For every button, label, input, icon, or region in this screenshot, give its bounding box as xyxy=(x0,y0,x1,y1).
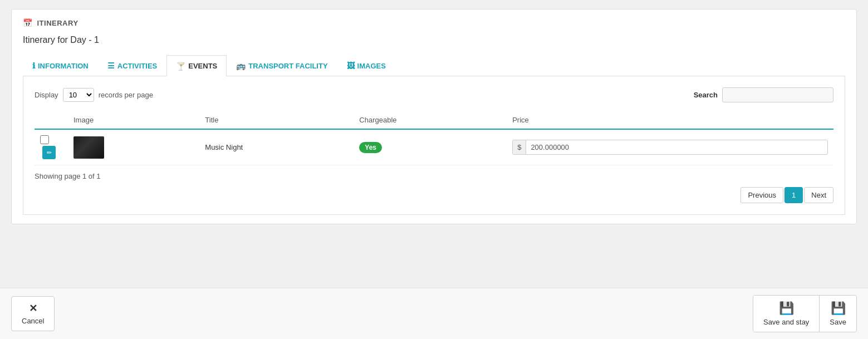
col-chargeable: Chargeable xyxy=(354,111,507,129)
tab-events-label: EVENTS xyxy=(188,62,217,70)
chargeable-badge: Yes xyxy=(359,142,382,153)
row-price-cell: $ xyxy=(507,129,833,165)
search-controls: Search xyxy=(694,87,833,102)
tabs-bar: ℹ INFORMATION ☰ ACTIVITIES 🍸 EVENTS 🚌 TR… xyxy=(23,55,845,76)
page-1-button[interactable]: 1 xyxy=(784,187,803,203)
table-controls: Display 10 25 50 100 records per page Se… xyxy=(35,87,833,102)
price-currency: $ xyxy=(513,140,526,154)
save-stay-label: Save and stay xyxy=(763,318,809,326)
main-content: 📅 ITINERARY Itinerary for Day - 1 ℹ INFO… xyxy=(0,0,868,288)
page-header: 📅 ITINERARY xyxy=(23,18,845,27)
edit-icon[interactable]: ✏ xyxy=(42,146,56,159)
events-icon: 🍸 xyxy=(176,62,185,71)
display-label: Display xyxy=(35,91,58,99)
save-label: Save xyxy=(830,318,846,326)
next-button[interactable]: Next xyxy=(804,187,833,203)
search-label: Search xyxy=(694,91,718,99)
thumbnail-inner xyxy=(73,136,104,159)
price-input-group: $ xyxy=(512,140,828,155)
cancel-label: Cancel xyxy=(22,317,44,325)
images-icon: 🖼 xyxy=(347,61,355,70)
row-chargeable-cell: Yes xyxy=(354,129,507,165)
table-row: ✏ Music Night Yes xyxy=(35,129,833,165)
cancel-button[interactable]: ✕ Cancel xyxy=(11,296,55,331)
footer-left: ✕ Cancel xyxy=(11,296,55,331)
calendar-icon: 📅 xyxy=(23,18,33,27)
search-input[interactable] xyxy=(722,87,833,102)
row-title-cell: Music Night xyxy=(199,129,354,165)
save-button[interactable]: 💾 Save xyxy=(820,296,856,332)
event-thumbnail xyxy=(73,136,104,159)
page-title: ITINERARY xyxy=(37,19,79,27)
col-title: Title xyxy=(199,111,354,129)
display-controls: Display 10 25 50 100 records per page xyxy=(35,88,153,102)
pagination: Previous 1 Next xyxy=(35,187,833,203)
information-icon: ℹ xyxy=(32,61,35,70)
tab-information[interactable]: ℹ INFORMATION xyxy=(23,55,98,76)
save-icon: 💾 xyxy=(831,301,846,316)
transport-icon: 🚌 xyxy=(236,61,246,70)
tab-activities[interactable]: ☰ ACTIVITIES xyxy=(98,55,167,76)
tab-transport-label: TRANSPORT FACILITY xyxy=(248,62,327,70)
tab-transport[interactable]: 🚌 TRANSPORT FACILITY xyxy=(227,55,337,76)
footer-right: 💾 Save and stay 💾 Save xyxy=(753,295,857,332)
row-actions: ✏ xyxy=(35,129,68,165)
row-image-cell xyxy=(68,129,199,165)
cancel-icon: ✕ xyxy=(29,302,37,315)
main-card: 📅 ITINERARY Itinerary for Day - 1 ℹ INFO… xyxy=(11,9,857,224)
activities-icon: ☰ xyxy=(107,61,115,70)
per-page-select[interactable]: 10 25 50 100 xyxy=(63,88,94,102)
price-input[interactable] xyxy=(526,140,604,154)
col-image: Image xyxy=(68,111,199,129)
page-wrapper: 📅 ITINERARY Itinerary for Day - 1 ℹ INFO… xyxy=(0,0,868,339)
footer-bar: ✕ Cancel 💾 Save and stay 💾 Save xyxy=(0,288,868,339)
tab-events[interactable]: 🍸 EVENTS xyxy=(166,55,227,76)
tab-images-label: IMAGES xyxy=(357,62,386,70)
tab-panel-events: Display 10 25 50 100 records per page Se… xyxy=(23,76,845,215)
tab-images[interactable]: 🖼 IMAGES xyxy=(337,55,395,76)
tab-information-label: INFORMATION xyxy=(38,62,89,70)
previous-button[interactable]: Previous xyxy=(741,187,783,203)
col-price: Price xyxy=(507,111,833,129)
save-stay-icon: 💾 xyxy=(779,301,794,316)
records-label: records per page xyxy=(99,91,153,99)
tab-activities-label: ACTIVITIES xyxy=(117,62,158,70)
save-and-stay-button[interactable]: 💾 Save and stay xyxy=(753,296,820,332)
row-checkbox[interactable] xyxy=(40,135,49,144)
save-group: 💾 Save and stay 💾 Save xyxy=(753,295,857,332)
showing-text: Showing page 1 of 1 xyxy=(35,172,833,180)
section-title: Itinerary for Day - 1 xyxy=(23,35,845,45)
events-table: Image Title Chargeable Price ✏ xyxy=(35,111,833,165)
col-checkbox xyxy=(35,111,68,129)
